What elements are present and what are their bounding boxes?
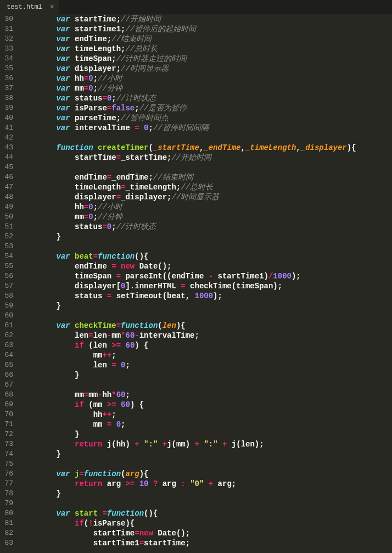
code-area[interactable]: var startTime;//开始时间 var startTime1;//暂停… xyxy=(29,14,392,553)
tab-bar: test.html × xyxy=(0,0,392,14)
line-numbers: 3031323334353637383940414243444546474849… xyxy=(0,14,20,553)
close-icon[interactable]: × xyxy=(49,3,54,12)
file-tab[interactable]: test.html × xyxy=(0,0,59,14)
tab-filename: test.html xyxy=(7,3,42,11)
fold-column xyxy=(20,14,29,553)
editor-pane: 3031323334353637383940414243444546474849… xyxy=(0,14,392,553)
